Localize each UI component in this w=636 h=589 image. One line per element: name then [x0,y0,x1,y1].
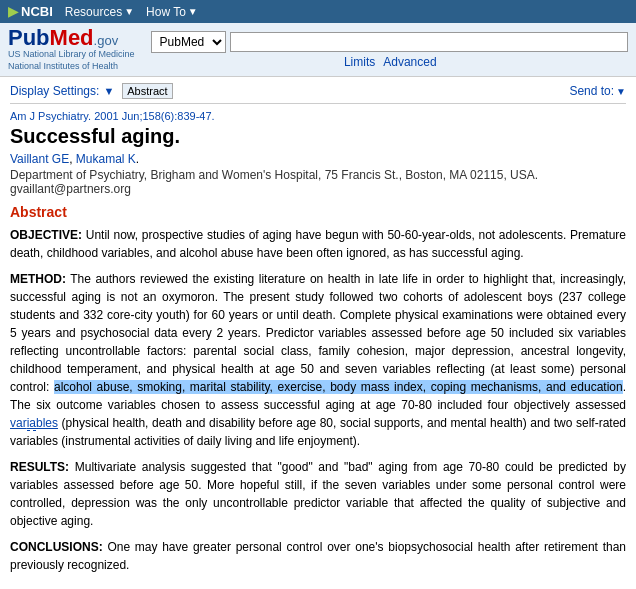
nlm-line1: US National Library of Medicine [8,49,135,61]
resources-arrow-icon: ▼ [124,6,134,17]
pub-text: Pub [8,25,50,50]
pubmed-logo-area: PubMed.gov US National Library of Medici… [8,27,135,72]
method-highlight: alcohol abuse, smoking, marital stabilit… [54,380,623,394]
citation: Am J Psychiatry. 2001 Jun;158(6):839-47. [10,110,626,122]
top-navigation: ▶ NCBI Resources ▼ How To ▼ [0,0,636,23]
search-area: PubMed Limits Advanced [151,31,628,69]
results-label: RESULTS: [10,460,69,474]
results-text: Multivariate analysis suggested that "go… [10,460,626,528]
search-links: Limits Advanced [151,55,628,69]
results-section: RESULTS: Multivariate analysis suggested… [10,458,626,530]
display-settings-area: Display Settings: ▼ Abstract [10,83,173,99]
display-settings-label: Display Settings: [10,84,99,98]
search-row: PubMed [151,31,628,53]
affiliation: Department of Psychiatry, Brigham and Wo… [10,168,626,196]
display-settings-icon[interactable]: ▼ [103,85,114,97]
method-label: METHOD: [10,272,66,286]
conclusions-label: CONCLUSIONS: [10,540,103,554]
gov-text: .gov [94,33,119,48]
authors: Vaillant GE, Mukamal K. [10,152,626,166]
ncbi-logo: ▶ NCBI [8,4,53,19]
abstract-badge: Abstract [122,83,172,99]
resources-label: Resources [65,5,122,19]
send-to-label: Send to: [569,84,614,98]
secondary-navigation: PubMed.gov US National Library of Medici… [0,23,636,77]
nlm-text: US National Library of Medicine National… [8,49,135,72]
send-to-icon: ▼ [616,86,626,97]
author-vaillant-link[interactable]: Vaillant GE [10,152,69,166]
display-row: Display Settings: ▼ Abstract Send to: ▼ [10,83,626,104]
pubmed-logo: PubMed.gov [8,27,135,49]
citation-link[interactable]: Am J Psychiatry. 2001 Jun;158(6):839-47. [10,110,215,122]
variables-link[interactable]: variables [10,416,58,431]
article-title: Successful aging. [10,124,626,148]
method-text-part1: The authors reviewed the existing litera… [10,272,626,394]
display-settings-link[interactable]: Display Settings: [10,84,99,98]
med-text: Med [50,25,94,50]
author-mukamal-link[interactable]: Mukamal K [76,152,136,166]
objective-section: OBJECTIVE: Until now, prospective studie… [10,226,626,262]
ncbi-green-icon: ▶ [8,4,18,19]
citation-text: Am J Psychiatry. 2001 Jun;158(6):839-47. [10,110,215,122]
advanced-link[interactable]: Advanced [383,55,436,69]
howto-arrow-icon: ▼ [188,6,198,17]
conclusions-section: CONCLUSIONS: One may have greater person… [10,538,626,574]
objective-label: OBJECTIVE: [10,228,82,242]
nlm-line2: National Institutes of Health [8,61,135,73]
content-area: Display Settings: ▼ Abstract Send to: ▼ … [0,77,636,588]
database-select[interactable]: PubMed [151,31,226,53]
conclusions-text: One may have greater personal control ov… [10,540,626,572]
limits-link[interactable]: Limits [344,55,375,69]
search-input[interactable] [230,32,628,52]
howto-label: How To [146,5,186,19]
objective-text: Until now, prospective studies of aging … [10,228,626,260]
resources-link[interactable]: Resources ▼ [65,5,134,19]
send-to-link[interactable]: Send to: [569,84,614,98]
abstract-header: Abstract [10,204,626,220]
send-to-area: Send to: ▼ [569,84,626,98]
howto-link[interactable]: How To ▼ [146,5,198,19]
method-section: METHOD: The authors reviewed the existin… [10,270,626,450]
ncbi-label: NCBI [21,4,53,19]
